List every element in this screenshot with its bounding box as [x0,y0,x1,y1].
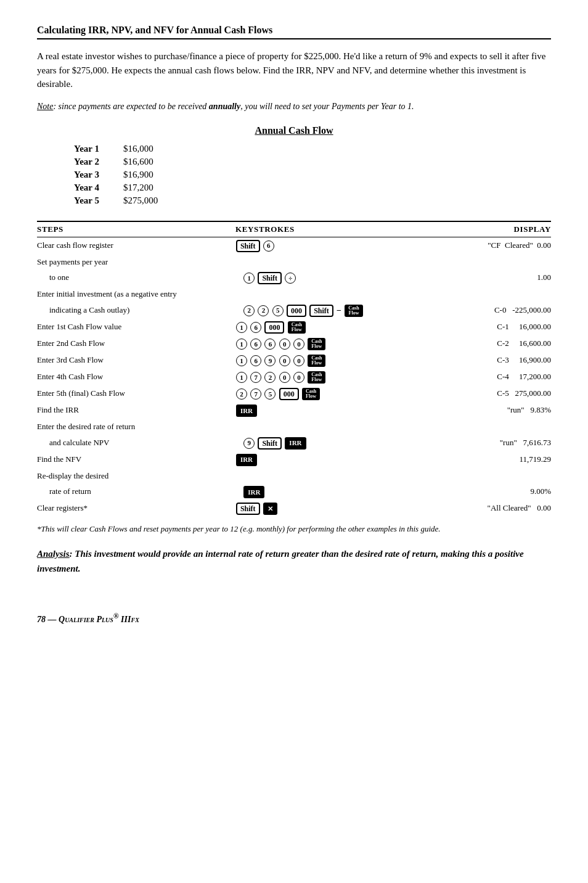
shift-key: Shift [258,272,282,284]
step-keys: 9 Shift IRR [243,437,419,450]
step-keys: IRR [235,404,416,417]
step-keys: 1 6 9 0 0 CashFlow [235,354,416,367]
year-label: Year 2 [74,157,123,167]
year-amount: $16,600 [123,157,197,167]
irr-key: IRR [236,405,257,417]
step-desc: Enter 2nd Cash Flow [37,337,235,350]
table-row: Set payments per year [37,254,551,270]
six-key: 6 [250,339,261,350]
irr-key: IRR [236,454,257,466]
step-desc: Enter 5th (final) Cash Flow [37,387,235,400]
step-desc: Enter 1st Cash Flow value [37,321,235,333]
cashflow-key: CashFlow [288,321,306,334]
table-row: Clear cash flow register Shift 6 "CF Cle… [37,237,551,254]
table-row: Enter 2nd Cash Flow 1 6 6 0 0 CashFlow C… [37,335,551,352]
seven-key: 7 [250,388,261,400]
step-desc: to one [37,271,243,284]
step-desc: and calculate NPV [37,437,243,449]
cashflow-key: CashFlow [308,355,325,367]
col-steps-header: STEPS [37,224,235,234]
step-desc: Enter initial investment (as a negative … [37,288,235,300]
five-key: 5 [272,305,284,316]
step-display: C-1 16,000.00 [416,321,551,333]
nine-key: 9 [264,355,276,366]
year-label: Year 3 [74,170,123,180]
table-row: rate of return IRR 9.00% [37,483,551,500]
year-amount: $16,900 [123,170,197,180]
two-key: 2 [264,372,276,383]
cashflow-key: CashFlow [345,305,362,317]
col-keystrokes-header: KEYSTROKES [235,224,416,234]
step-display: "All Cleared" 0.00 [416,502,551,514]
list-item: Year 3 $16,900 [74,170,551,180]
table-row: indicating a Cash outlay) 2 2 5 000 Shif… [37,302,551,319]
step-desc: Enter 4th Cash Flow [37,371,235,383]
steps-body: Clear cash flow register Shift 6 "CF Cle… [37,237,551,517]
step-display: 9.00% [419,485,551,498]
000-key: 000 [279,388,299,400]
one-key: 1 [243,273,255,284]
page-number: 78 — Qualifier Plus® IIIfx [37,615,139,624]
step-desc: Re-display the desired [37,470,235,482]
shift-key: Shift [236,240,260,252]
step-display: "run" 9.83% [416,404,551,416]
irr-key: IRR [285,437,306,450]
year-amount: $17,200 [123,183,197,193]
step-desc: Clear cash flow register [37,239,235,252]
year-amount: $16,000 [123,144,197,154]
table-row: Re-display the desired [37,468,551,484]
table-row: Enter 3rd Cash Flow 1 6 9 0 0 CashFlow C… [37,352,551,369]
irr-key: IRR [243,486,264,498]
zero-key-2: 0 [293,372,304,383]
table-row: Enter initial investment (as a negative … [37,286,551,302]
step-display: "run" 7,616.73 [419,437,551,449]
table-row: Enter 5th (final) Cash Flow 2 7 5 000 Ca… [37,385,551,402]
step-display: C-2 16,600.00 [416,337,551,350]
two-key-2: 2 [258,305,269,316]
year-amount: $275,000 [123,195,197,206]
step-keys: 1 6 6 0 0 CashFlow [235,337,416,350]
seven-key: 7 [250,372,261,383]
000-key: 000 [287,305,306,317]
cashflow-key: CashFlow [308,338,325,350]
cashflow-key: CashFlow [302,388,320,400]
two-key: 2 [236,388,247,400]
step-keys: 2 7 5 000 CashFlow [235,387,416,400]
shift-key: Shift [236,503,260,515]
table-row: Enter 1st Cash Flow value 1 6 000 CashFl… [37,319,551,335]
divide-key: ÷ [285,273,296,284]
step-desc: Clear registers* [37,502,235,514]
zero-key-2: 0 [293,355,304,366]
table-row: to one 1 Shift ÷ 1.00 [37,269,551,286]
table-header: STEPS KEYSTROKES DISPLAY [37,221,551,237]
five-key: 5 [264,388,276,400]
one-key: 1 [236,339,247,350]
table-row: Enter the desired rate of return [37,419,551,435]
000-key: 000 [264,321,284,334]
intro-text: A real estate investor wishes to purchas… [37,49,551,91]
step-desc: Enter the desired rate of return [37,421,235,433]
six-key: 6 [250,322,261,333]
zero-key: 0 [279,355,290,366]
six-key: 6 [263,240,274,252]
step-desc: rate of return [37,485,243,498]
step-display: "CF Cleared" 0.00 [416,239,551,252]
zero-key: 0 [279,372,290,383]
year-label: Year 4 [74,183,123,193]
one-key: 1 [236,372,247,383]
minus-icon: − [337,306,341,315]
two-key: 2 [243,305,255,316]
zero-key-2: 0 [293,339,304,350]
step-keys: 1 6 000 CashFlow [235,321,416,334]
step-display: C-5 275,000.00 [416,387,551,400]
year-label: Year 1 [74,144,123,154]
analysis-label: Analysis [37,549,70,559]
step-desc: Set payments per year [37,256,235,268]
footer-note: *This will clear Cash Flows and reset pa… [37,523,551,535]
step-display: C-3 16,900.00 [416,354,551,366]
one-key: 1 [236,355,247,366]
list-item: Year 5 $275,000 [74,195,551,206]
step-desc: Enter 3rd Cash Flow [37,354,235,366]
step-keys: IRR [235,453,416,466]
step-display: 1.00 [419,271,551,284]
